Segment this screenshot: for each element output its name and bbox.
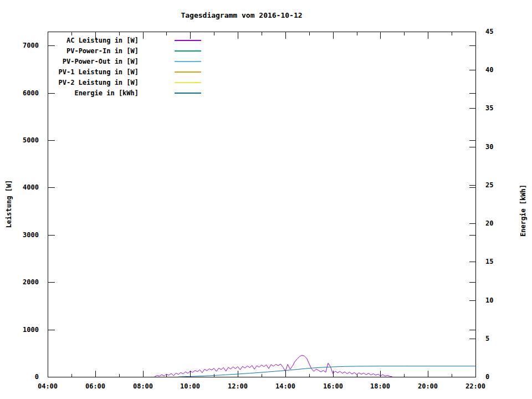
legend-label: PV-Power-Out in [W] [48,58,139,65]
legend-line-sample [175,93,201,94]
x-tick-label: 22:00 [466,382,485,390]
legend-line-sample [175,40,201,41]
x-tick-label: 20:00 [418,382,438,390]
y2-tick-label: 30 [485,143,493,151]
y2-tick-label: 0 [485,373,489,381]
x-tick-label: 16:00 [323,382,343,390]
y2-tick-label: 20 [485,219,493,227]
x-tick-label: 18:00 [370,382,390,390]
legend-item: PV-Power-Out in [W] [48,56,201,66]
legend-label: PV-Power-In in [W] [48,47,139,55]
legend-item: PV-2 Leistung in [W] [48,77,201,88]
legend-item: Energie in [kWh] [48,88,201,98]
legend-item: PV-1 Leistung in [W] [48,66,201,77]
legend-label: PV-1 Leistung in [W] [48,68,139,76]
y1-tick-label: 6000 [23,89,39,97]
y1-tick-label: 5000 [23,136,39,144]
y2-tick-label: 40 [485,66,493,74]
legend: AC Leistung in [W] PV-Power-In in [W] PV… [48,35,201,98]
y1-tick-label: 2000 [23,278,39,286]
y1-tick-label: 0 [35,373,39,381]
y2-tick-label: 35 [485,104,493,112]
x-tick-label: 04:00 [38,382,58,390]
y2-tick-label: 5 [485,335,489,342]
x-tick-label: 14:00 [275,382,295,390]
y1-tick-label: 1000 [23,326,39,334]
legend-label: AC Leistung in [W] [48,37,139,44]
y1-tick-label: 3000 [23,231,39,239]
legend-line-sample [175,71,201,73]
x-tick-label: 10:00 [180,382,200,390]
legend-line-sample [175,50,201,52]
x-tick-label: 06:00 [85,382,105,390]
legend-item: AC Leistung in [W] [48,35,201,45]
x-tick-label: 08:00 [133,382,153,390]
y2-tick-label: 25 [485,181,493,189]
legend-item: PV-Power-In in [W] [48,45,201,56]
y2-tick-label: 15 [485,258,493,265]
y2-tick-label: 10 [485,296,493,304]
legend-label: Energie in [kWh] [48,89,139,97]
legend-line-sample [175,61,201,62]
legend-line-sample [175,82,201,83]
y2-tick-label: 45 [485,28,493,35]
daily-pv-chart: Tagesdiagramm vom 2016-10-12 Leistung [W… [0,0,532,399]
y1-tick-label: 7000 [23,42,39,49]
y1-tick-label: 4000 [23,183,39,191]
legend-label: PV-2 Leistung in [W] [48,79,139,86]
x-tick-label: 12:00 [228,382,248,390]
